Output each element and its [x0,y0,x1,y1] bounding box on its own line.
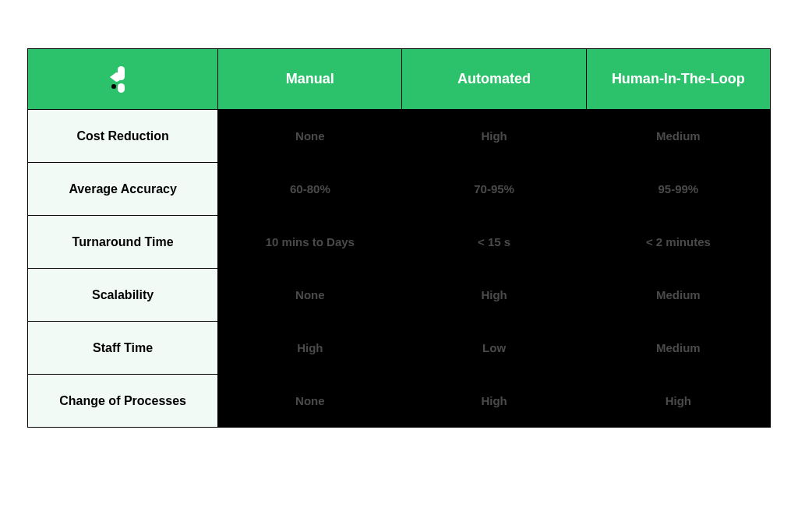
column-header-hitl: Human-In-The-Loop [586,49,770,110]
data-cell: Low [402,322,586,375]
feature-label: Change of Processes [28,375,218,428]
data-cell: 70-95% [402,163,586,216]
svg-point-2 [111,84,116,89]
data-cell: Medium [586,110,770,163]
data-cell: < 15 s [402,216,586,269]
logo-wrap [28,49,217,109]
table-header-row: Manual Automated Human-In-The-Loop [28,49,771,110]
data-cell: High [218,322,402,375]
feature-label: Scalability [28,269,218,322]
header-logo-cell [28,49,218,110]
column-header-automated: Automated [402,49,586,110]
data-cell: < 2 minutes [586,216,770,269]
data-cell: None [218,269,402,322]
data-cell: High [402,269,586,322]
k-logo-icon [107,63,139,96]
data-cell: 60-80% [218,163,402,216]
data-cell: High [402,375,586,428]
table-row: Staff Time High Low Medium [28,322,771,375]
column-header-manual: Manual [218,49,402,110]
svg-rect-1 [118,83,125,93]
table-row: Change of Processes None High High [28,375,771,428]
feature-label: Turnaround Time [28,216,218,269]
comparison-table: Manual Automated Human-In-The-Loop Cost … [27,48,771,428]
feature-label: Cost Reduction [28,110,218,163]
table-row: Cost Reduction None High Medium [28,110,771,163]
table-row: Turnaround Time 10 mins to Days < 15 s <… [28,216,771,269]
data-cell: Medium [586,269,770,322]
data-cell: None [218,375,402,428]
data-cell: High [586,375,770,428]
data-cell: Medium [586,322,770,375]
data-cell: High [402,110,586,163]
data-cell: 95-99% [586,163,770,216]
feature-label: Average Accuracy [28,163,218,216]
feature-label: Staff Time [28,322,218,375]
data-cell: None [218,110,402,163]
data-cell: 10 mins to Days [218,216,402,269]
table-row: Average Accuracy 60-80% 70-95% 95-99% [28,163,771,216]
table-row: Scalability None High Medium [28,269,771,322]
